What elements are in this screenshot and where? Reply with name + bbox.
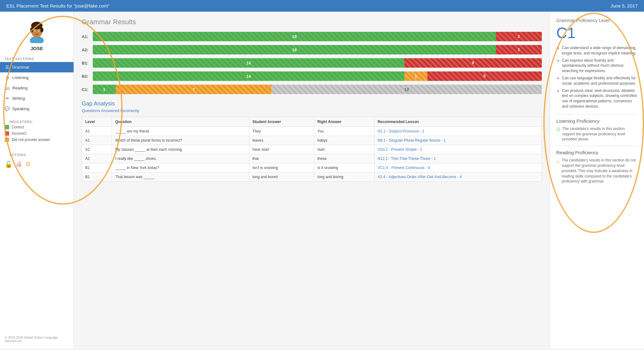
cell-right_answer: babys xyxy=(314,136,374,145)
listening-text: The candidate's results in this section … xyxy=(562,126,638,142)
bar-b2-yellow: 1 xyxy=(404,71,427,81)
listening-title: Listening Proficiency xyxy=(556,118,638,124)
cell-right_answer: these xyxy=(314,154,374,163)
recommended-link[interactable]: VS3.2 - Present Simple - 2 xyxy=(378,147,422,152)
action-icons-row: 🔓 🖨 ⚙ xyxy=(5,161,69,168)
cell-recommended[interactable]: A2.4 - Adjectives-Order-After-Get-And-Be… xyxy=(374,172,541,182)
reading-title: Reading Proficiency xyxy=(556,150,638,155)
divider-2 xyxy=(556,146,638,146)
indicators-label: INDICATORS: xyxy=(5,117,69,125)
cell-right_answer: long and boring xyxy=(314,172,374,182)
reading-support: △ The candidate's results in this sectio… xyxy=(556,158,638,184)
grammar-title: Grammar Results xyxy=(82,18,542,26)
bar-label-a1: A1: xyxy=(82,34,93,39)
indicator-incorrect: Incorrect xyxy=(5,131,69,136)
bar-b2-red: 5 xyxy=(427,71,542,81)
pencil-icon: ✏ xyxy=(5,96,10,101)
svg-point-4 xyxy=(30,27,33,32)
cell-recommended[interactable]: N1.1 - Subject-Pronouns - 1 xyxy=(374,127,541,136)
bar-b2-green: 14 xyxy=(93,71,404,81)
recommended-link[interactable]: VC1.4 - Present Continuous - 4 xyxy=(378,166,430,170)
sidebar-footer: © 2014-2018 Global Online LanguageServic… xyxy=(0,333,74,346)
divider-1 xyxy=(556,114,638,115)
main-layout: JOSE TEST SECTIONS ☰ Grammar ◎ Listening… xyxy=(0,12,644,349)
list-icon: ☰ xyxy=(5,65,10,70)
table-row: A2I really like _____ shoes.thattheseN12… xyxy=(82,154,542,163)
recommended-link[interactable]: N1.1 - Subject-Pronouns - 1 xyxy=(378,129,425,133)
recommended-link[interactable]: N6.1 - Singular-Plural-Regular-Nouns - 1 xyxy=(378,138,446,143)
sidebar-item-speaking[interactable]: 💬 Speaking xyxy=(0,104,74,114)
correct-label: Correct xyxy=(12,125,24,129)
bar-row-a2: A2: 18 2 xyxy=(82,45,542,54)
proficiency-bullet: Can understand a wide range of demanding… xyxy=(562,45,638,56)
bar-b2: 14 1 5 xyxy=(93,71,542,81)
cell-student_answer: They xyxy=(249,127,314,136)
cell-recommended[interactable]: N6.1 - Singular-Plural-Regular-Nouns - 1 xyxy=(374,136,541,145)
indicators-section: INDICATORS: Correct Incorrect Did not pr… xyxy=(0,114,74,147)
sidebar: JOSE TEST SECTIONS ☰ Grammar ◎ Listening… xyxy=(0,12,74,349)
cell-recommended[interactable]: N12.1 - This-That-These-Those - 1 xyxy=(374,154,541,163)
avatar xyxy=(24,18,49,43)
gap-analysis-table: Level Question Student Answer Right Answ… xyxy=(82,117,542,182)
indicator-correct: Correct xyxy=(5,125,69,129)
proficiency-bullet: Can use language flexibly and effectivel… xyxy=(562,76,638,86)
no-answer-label: Did not provide answer xyxy=(12,138,50,142)
svg-point-9 xyxy=(39,31,39,31)
svg-point-8 xyxy=(34,31,35,31)
speech-icon: 💬 xyxy=(5,106,10,111)
header-title: ESL Placement Test Results for "jose@fak… xyxy=(6,3,110,8)
page-header: ESL Placement Test Results for "jose@fak… xyxy=(0,0,644,12)
bar-label-a2: A2: xyxy=(82,48,93,52)
indicator-no-answer: Did not provide answer xyxy=(5,138,69,142)
cell-question: My classes _____ at 8am each morning. xyxy=(112,145,249,154)
svg-point-5 xyxy=(40,27,43,32)
bar-b1: 14 6 xyxy=(93,58,542,68)
incorrect-label: Incorrect xyxy=(12,131,26,136)
cell-level: A1 xyxy=(82,136,112,145)
proficiency-label: Grammar Proficiency Level: xyxy=(556,18,638,23)
lock-icon[interactable]: 🔓 xyxy=(5,161,13,168)
print-icon[interactable]: 🖨 xyxy=(16,161,22,168)
sidebar-item-listening[interactable]: ◎ Listening xyxy=(0,72,74,83)
table-row: A2My classes _____ at 8am each morning.h… xyxy=(82,145,542,154)
recommended-link[interactable]: A2.4 - Adjectives-Order-After-Get-And-Be… xyxy=(378,175,462,179)
check-icon: ☑ xyxy=(556,127,560,133)
cell-student_answer: long and bored xyxy=(249,172,314,182)
cell-question: I really like _____ shoes. xyxy=(112,154,249,163)
cell-level: B1 xyxy=(82,163,112,172)
sidebar-item-label-reading: Reading xyxy=(12,86,27,90)
cell-student_answer: that xyxy=(249,154,314,163)
bar-a2-green: 18 xyxy=(93,45,496,54)
sidebar-item-reading[interactable]: 📖 Reading xyxy=(0,83,74,93)
actions-section: ACTIONS: 🔓 🖨 ⚙ xyxy=(0,147,74,171)
cell-student_answer: Isn't is snowing xyxy=(249,163,314,172)
table-row: A1Which of these plural forms is incorre… xyxy=(82,136,542,145)
sidebar-item-grammar[interactable]: ☰ Grammar xyxy=(0,62,74,72)
bar-a2-red: 2 xyxy=(496,45,542,54)
cell-recommended[interactable]: VS3.2 - Present Simple - 2 xyxy=(374,145,541,154)
bar-c1-gray: 12 xyxy=(271,85,542,94)
bar-c1-green: 1 xyxy=(93,85,116,94)
cell-level: A2 xyxy=(82,154,112,163)
recommended-link[interactable]: N12.1 - This-That-These-Those - 1 xyxy=(378,156,436,161)
cell-recommended[interactable]: VC1.4 - Present Continuous - 4 xyxy=(374,163,541,172)
bar-label-c1: C1: xyxy=(82,87,93,92)
cell-student_answer: have start xyxy=(249,145,314,154)
cell-question: _____ in New York today? xyxy=(112,163,249,172)
cell-question: Which of these plural forms is incorrect… xyxy=(112,136,249,145)
bar-c1: 1 7 12 xyxy=(93,85,542,94)
cell-right_answer: Is it snowing xyxy=(314,163,374,172)
sidebar-item-label-grammar: Grammar xyxy=(12,65,30,70)
proficiency-level: C1 xyxy=(556,24,638,42)
listening-support: ☑ The candidate's results in this sectio… xyxy=(556,126,638,142)
settings-icon[interactable]: ⚙ xyxy=(25,161,31,168)
bar-row-c1: C1: 1 7 12 xyxy=(82,85,542,94)
bar-b1-red: 6 xyxy=(404,58,542,68)
sidebar-item-writing[interactable]: ✏ Writing xyxy=(0,93,74,104)
table-row: B1_____ in New York today?Isn't is snowi… xyxy=(82,163,542,172)
col-question: Question xyxy=(112,117,249,127)
gap-analysis-subtitle: Questions Answered Incorrectly xyxy=(82,108,542,113)
actions-label: ACTIONS: xyxy=(5,150,69,158)
col-student-answer: Student Answer xyxy=(249,117,314,127)
bar-row-b1: B1: 14 6 xyxy=(82,58,542,68)
